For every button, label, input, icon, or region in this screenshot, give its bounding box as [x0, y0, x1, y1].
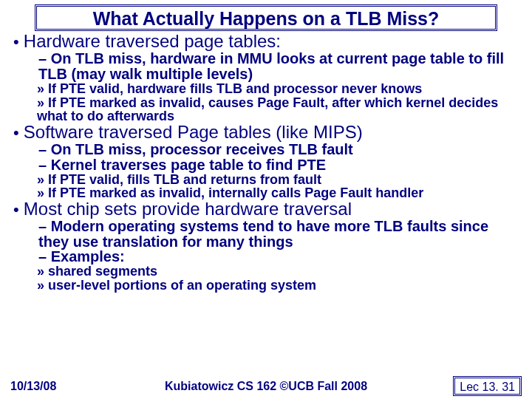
bullet-hardware-head: Hardware traversed page tables: — [24, 31, 281, 51]
software-sub2: Kernel traverses page table to find PTE — [38, 157, 522, 173]
slide: What Actually Happens on a TLB Miss? Har… — [0, 4, 532, 399]
bullet-software-head: Software traversed Page tables (like MIP… — [24, 122, 363, 142]
hardware-sub1b: If PTE marked as invalid, causes Page Fa… — [37, 96, 522, 123]
slide-body: Hardware traversed page tables: On TLB m… — [0, 33, 532, 292]
footer-center: Kubiatowicz CS 162 ©UCB Fall 2008 — [0, 380, 532, 393]
hardware-sub1a: If PTE valid, hardware fills TLB and pro… — [37, 82, 522, 96]
chipsets-sub2a: shared segments — [37, 265, 522, 279]
bullet-chipsets-head: Most chip sets provide hardware traversa… — [24, 199, 352, 219]
chipsets-sub2: Examples: — [38, 249, 522, 265]
bullet-software: Software traversed Page tables (like MIP… — [13, 123, 522, 200]
slide-title: What Actually Happens on a TLB Miss? — [35, 4, 497, 31]
slide-footer: 10/13/08 Kubiatowicz CS 162 ©UCB Fall 20… — [0, 376, 532, 396]
chipsets-sub1: Modern operating systems tend to have mo… — [38, 219, 522, 250]
hardware-sub1: On TLB miss, hardware in MMU looks at cu… — [38, 51, 522, 82]
chipsets-sub2b: user-level portions of an operating syst… — [37, 279, 522, 293]
footer-page: Lec 13. 31 — [453, 376, 522, 396]
bullet-chipsets: Most chip sets provide hardware traversa… — [13, 200, 522, 293]
bullet-hardware: Hardware traversed page tables: On TLB m… — [13, 33, 522, 123]
software-sub2a: If PTE valid, fills TLB and returns from… — [37, 173, 522, 187]
software-sub1: On TLB miss, processor receives TLB faul… — [38, 142, 522, 157]
